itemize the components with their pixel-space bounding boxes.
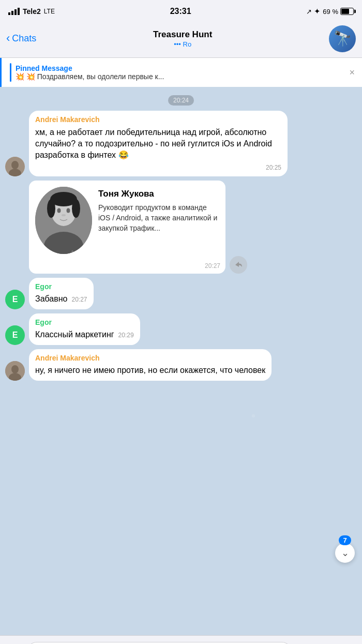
scroll-down-button[interactable]: ⌄ — [335, 543, 355, 563]
sender-name: Andrei Makarevich — [35, 353, 265, 364]
card-portrait — [35, 187, 92, 254]
nav-center: Treasure Hunt ••• Ro — [36, 29, 329, 48]
location-icon: ↗ — [306, 8, 312, 16]
avatar-letter: E — [12, 331, 18, 340]
message-text: ну, я ничего не имею против, но если ока… — [35, 365, 265, 376]
chat-area: 20:24 Andrei Makarevich хм, а не работае… — [0, 87, 362, 635]
svg-point-7 — [67, 208, 70, 213]
battery-fill — [341, 9, 349, 14]
pinned-message-bar[interactable]: Pinned Message 💥 💥 Поздравляем, вы одоле… — [0, 58, 362, 87]
chevron-down-icon: ⌄ — [341, 547, 349, 559]
back-button[interactable]: ‹ Chats — [6, 32, 36, 45]
card-name: Тоня Жукова — [98, 189, 219, 199]
svg-point-11 — [72, 199, 80, 218]
chat-subtitle: ••• Ro — [36, 40, 329, 48]
card-desc: Руководит продуктом в команде iOS / Andr… — [98, 202, 219, 234]
avatar — [5, 361, 25, 381]
message-time: 20:27 — [72, 295, 87, 304]
status-bar: Tele2 LTE 23:31 ↗ ✦ 69 % — [0, 0, 362, 21]
card-time: 20:27 — [205, 262, 220, 269]
message-row: E Egor Классный маркетинг 20:29 — [5, 313, 357, 345]
carrier-label: Tele2 — [23, 7, 41, 16]
message-toolbar: ⛓ / — [0, 635, 362, 644]
message-bubble: Egor Забавно 20:27 — [29, 278, 94, 309]
svg-point-8 — [62, 214, 66, 216]
sender-name: Egor — [35, 318, 134, 328]
status-right: ↗ ✦ 69 % — [306, 7, 354, 16]
svg-point-10 — [47, 199, 55, 218]
bluetooth-icon: ✦ — [314, 7, 321, 16]
message-text: хм, а не работает ли победительница над … — [35, 127, 281, 161]
back-chevron-icon: ‹ — [6, 32, 10, 45]
card-info: Тоня Жукова Руководит продуктом в команд… — [98, 187, 219, 234]
card-photo — [35, 187, 92, 254]
chat-title: Treasure Hunt — [36, 29, 329, 40]
card-time-row: 20:27 — [29, 260, 225, 274]
message-time: 20:25 — [266, 163, 281, 172]
chat-avatar[interactable]: 🔭 — [329, 25, 356, 52]
message-row: E Egor Забавно 20:27 — [5, 278, 357, 309]
message-text: Классный маркетинг 20:29 — [35, 329, 134, 340]
status-time: 23:31 — [170, 7, 191, 16]
svg-point-1 — [11, 161, 19, 169]
avatar — [5, 157, 25, 176]
message-text: Забавно 20:27 — [35, 293, 87, 305]
avatar: E — [5, 325, 25, 345]
card-inner: Тоня Жукова Руководит продуктом в команд… — [29, 181, 225, 260]
sender-name: Andrei Makarevich — [35, 115, 281, 125]
signal-bars — [8, 8, 20, 15]
pinned-close-button[interactable]: × — [349, 67, 355, 78]
status-left: Tele2 LTE — [8, 7, 55, 16]
avatar-letter: E — [12, 295, 18, 304]
message-time: 20:29 — [118, 331, 134, 340]
pinned-bar-indicator — [10, 63, 11, 82]
pinned-label: Pinned Message — [16, 64, 341, 72]
contact-card-bubble: Тоня Жукова Руководит продуктом в команд… — [29, 181, 225, 274]
svg-point-6 — [57, 208, 61, 213]
time-divider-label: 20:24 — [168, 95, 194, 106]
nav-bar: ‹ Chats Treasure Hunt ••• Ro 🔭 — [0, 21, 362, 58]
message-input[interactable] — [27, 642, 292, 645]
svg-point-13 — [11, 365, 19, 373]
pinned-text: 💥 💥 Поздравляем, вы одолели первые к... — [16, 72, 341, 81]
avatar-image — [5, 361, 25, 381]
forward-icon — [234, 260, 243, 269]
avatar-image — [5, 157, 25, 176]
message-bubble: Andrei Makarevich хм, а не работает ли п… — [29, 111, 288, 176]
back-label: Chats — [12, 33, 36, 44]
forward-button[interactable] — [230, 256, 247, 274]
message-row: Andrei Makarevich хм, а не работает ли п… — [5, 111, 357, 176]
network-label: LTE — [44, 8, 55, 15]
timestamp-divider: 20:24 — [5, 95, 357, 106]
message-row: Andrei Makarevich ну, я ничего не имею п… — [5, 349, 357, 381]
message-bubble: Andrei Makarevich ну, я ничего не имею п… — [29, 349, 272, 381]
unread-badge: 7 — [339, 535, 351, 545]
card-message-row: Тоня Жукова Руководит продуктом в команд… — [5, 181, 357, 274]
battery-percent: 69 % — [323, 8, 338, 16]
sender-name: Egor — [35, 282, 87, 292]
battery-icon — [340, 8, 354, 15]
scroll-to-bottom[interactable]: 7 ⌄ — [335, 535, 355, 563]
message-bubble: Egor Классный маркетинг 20:29 — [29, 313, 140, 345]
avatar: E — [5, 290, 25, 309]
